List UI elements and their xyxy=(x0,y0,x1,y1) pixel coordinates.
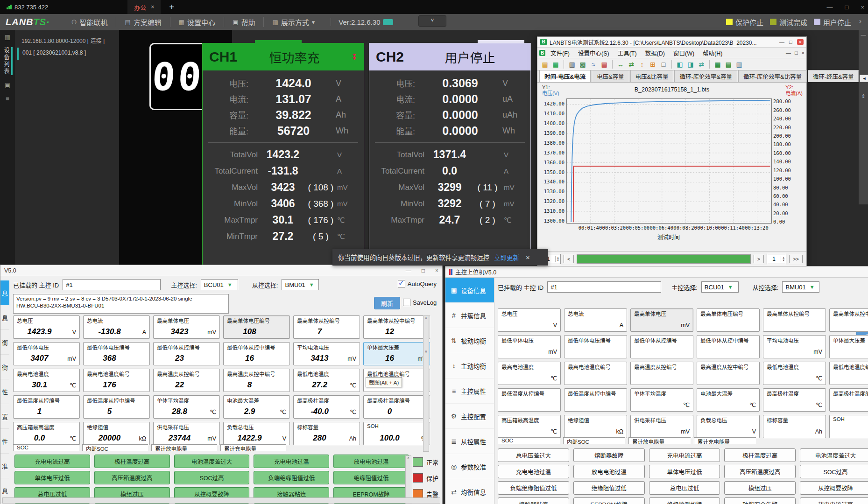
save-icon[interactable]: ▦ xyxy=(551,60,560,69)
status-绝缘检测故障[interactable]: 绝缘检测故障 xyxy=(649,497,720,504)
data-cell-最低单体电压[interactable]: 最低单体电压3407mV xyxy=(13,342,80,365)
data-cell-单体最大压差[interactable]: 单体最大压差16mV xyxy=(363,342,430,365)
status-放电电池过温[interactable]: 放电电池过温 xyxy=(333,455,409,468)
data-cell-SOH[interactable]: SOH% xyxy=(829,415,868,438)
data-cell-最高电池温度编号[interactable]: 最高电池温度编号176 xyxy=(83,369,150,392)
chart-tab-循环-库伦效率&容量[interactable]: 循环-库伦效率&容量 xyxy=(674,70,737,82)
sidebar-tab-clipped[interactable]: 息 xyxy=(0,305,9,330)
session-tab[interactable]: 办公 × xyxy=(127,0,161,14)
menu-帮助[interactable]: ▣帮助 xyxy=(224,17,263,27)
menu-智能联机[interactable]: ⚇智能联机 xyxy=(63,17,116,27)
data-cell-最高极柱温度[interactable]: 最高极柱温度-40.0℃ xyxy=(293,395,360,419)
chart-tab-循环-库伦效率&比容量[interactable]: 循环-库伦效率&比容量 xyxy=(738,70,807,82)
status-极柱温度过高[interactable]: 极柱温度过高 xyxy=(724,448,796,462)
data-cell-电池最大温差[interactable]: 电池最大温差℃ xyxy=(697,388,760,412)
status-接触器粘连[interactable]: 接触器粘连 xyxy=(498,497,569,504)
slave-select[interactable]: BMU01▼ xyxy=(782,281,819,293)
curve-icon[interactable]: ≈ xyxy=(589,60,598,69)
status-SOC过高[interactable]: SOC过高 xyxy=(800,465,868,478)
sidebar-item-被动均衡[interactable]: ⇅被动均衡 xyxy=(445,328,494,353)
status-EEPROM故障[interactable]: EEPROM故障 xyxy=(573,497,645,504)
data-cell-单体平均温度[interactable]: 单体平均温度℃ xyxy=(630,388,693,412)
data-cell-最高单体从控编号[interactable]: 最高单体从控编号 xyxy=(763,308,826,332)
data-cell-总电压[interactable]: 总电压1423.9V xyxy=(13,315,80,339)
data-cell-负载总电压[interactable]: 负载总电压1422.9V xyxy=(223,422,290,445)
chart-close-button[interactable]: × xyxy=(797,39,804,45)
status-充电电流过高[interactable]: 充电电流过高 xyxy=(649,448,720,462)
chart-menu-文件(F)[interactable]: 文件(F) xyxy=(546,48,574,58)
swap-panes-icon[interactable]: ⇄ xyxy=(697,60,706,69)
legend-more-chevron[interactable]: › xyxy=(859,17,861,25)
chart-minimize-button[interactable]: — xyxy=(779,39,784,45)
data-cell-最高电池温度编号[interactable]: 最高电池温度编号 xyxy=(564,362,627,385)
chart-tab-电压&比容量[interactable]: 电压&比容量 xyxy=(630,70,674,82)
data-cell-最高温度从控编号[interactable]: 最高温度从控编号22 xyxy=(153,369,220,392)
data-cell-最低温度从控编号[interactable]: 最低温度从控编号 xyxy=(498,388,561,412)
data-cell-单体最大压差[interactable]: 单体最大压差mV xyxy=(829,335,868,358)
sidebar-tab-clipped[interactable]: 准 xyxy=(0,454,9,478)
channel-flag-icon[interactable]: ▼▼ xyxy=(352,54,357,60)
data-cell-最低电池温度[interactable]: 最低电池温度27.2℃ xyxy=(293,369,360,392)
data-cell-最高单体电压编号[interactable]: 最高单体电压编号108 xyxy=(223,315,290,339)
bms-window-titlebar[interactable]: V5.0 — □ × xyxy=(0,265,442,276)
status-总电压过低[interactable]: 总电压过低 xyxy=(649,481,720,495)
tab-close-icon[interactable]: × xyxy=(151,4,154,10)
status-绝缘阻值过低[interactable]: 绝缘阻值过低 xyxy=(333,471,409,484)
sidebar-item-主动均衡[interactable]: ↕主动均衡 xyxy=(445,353,494,378)
page-spinner-right[interactable]: 1▲▼ xyxy=(767,254,786,264)
status-放电电池过温[interactable]: 放电电池过温 xyxy=(573,465,645,478)
chart-tab-时间-电压&电流[interactable]: 时间-电压&电流 xyxy=(539,70,591,82)
reset-view-icon[interactable]: □ xyxy=(659,60,668,69)
master-select[interactable]: BCU01▼ xyxy=(201,279,238,290)
data-cell-最高电池温度[interactable]: 最高电池温度30.1℃ xyxy=(13,369,80,392)
status-绝缘阻值过低[interactable]: 绝缘阻值过低 xyxy=(573,481,645,495)
sidebar-tab-clipped[interactable]: 衡 xyxy=(0,330,9,355)
chart-menu-窗口(W)[interactable]: 窗口(W) xyxy=(669,48,699,58)
data-cell-最低单体电压编号[interactable]: 最低单体电压编号368 xyxy=(83,342,150,365)
status-充电电流过高[interactable]: 充电电流过高 xyxy=(14,455,90,468)
doc-restore-button[interactable]: □ xyxy=(795,50,798,56)
data-cell-最低单体从控中编号[interactable]: 最低单体从控中编号 xyxy=(697,335,760,358)
sidebar-item-device-list[interactable]: 设备列表 xyxy=(2,47,13,75)
bms-maximize-button[interactable]: □ xyxy=(422,267,425,274)
data-cell-供电采样电压[interactable]: 供电采样电压23744mV xyxy=(153,422,220,445)
data-cell-负载总电压[interactable]: 负载总电压V xyxy=(697,415,760,438)
data-cell-最高温度从控编号[interactable]: 最高温度从控编号 xyxy=(630,362,693,385)
sidebar-tab-clipped[interactable]: 性 xyxy=(0,429,9,454)
sidebar-item-从控属性[interactable]: ≣从控属性 xyxy=(445,429,494,454)
data-cell-最低电池温度[interactable]: 最低电池温度℃ xyxy=(763,362,826,385)
data-cell-标称容量[interactable]: 标称容量Ah xyxy=(763,415,826,438)
status-总电压差过大[interactable]: 总电压差过大 xyxy=(498,448,569,462)
data-cell-最高电池温度[interactable]: 最高电池温度℃ xyxy=(498,362,561,385)
chart-menu-数据(D)[interactable]: 数据(D) xyxy=(641,48,669,58)
data-cell-单体平均温度[interactable]: 单体平均温度28.8℃ xyxy=(153,395,220,419)
tab-scroll-left-icon[interactable]: ◄ xyxy=(860,75,868,82)
status-极柱温度过高[interactable]: 极柱温度过高 xyxy=(94,455,170,468)
window-close-button[interactable]: × xyxy=(861,4,864,11)
chart-window-titlebar[interactable]: B LANBTS电池测试系统2.12.6.30 - [C:\Users\LANB… xyxy=(537,37,806,48)
chart-menu-帮助(H)[interactable]: 帮助(H) xyxy=(699,48,727,58)
progress-scrollbar[interactable] xyxy=(577,254,750,264)
status-充电电池过温[interactable]: 充电电池过温 xyxy=(254,455,329,468)
h-zoom-icon[interactable]: ↔ xyxy=(616,60,625,69)
table-list-icon[interactable]: ▤ xyxy=(724,60,733,69)
notification-close-icon[interactable]: × xyxy=(526,253,530,261)
table-view-icon[interactable]: ▦ xyxy=(713,60,722,69)
refresh-button[interactable]: 刷新 xyxy=(374,297,400,309)
data-cell-高压箱最高温度[interactable]: 高压箱最高温度℃ xyxy=(498,415,561,438)
data-cell-最高单体电压[interactable]: 最高单体电压mV xyxy=(630,308,693,332)
chart-menu-设置中心(S)[interactable]: 设置中心(S) xyxy=(574,48,614,58)
data-cell-电池最大温差[interactable]: 电池最大温差2.9℃ xyxy=(223,395,290,419)
window-minimize-button[interactable]: — xyxy=(827,4,833,11)
sidebar-item-并簇信息[interactable]: #并簇信息 xyxy=(445,303,494,328)
sidebar-tab-clipped[interactable]: 性 xyxy=(0,379,9,404)
bms-close-button[interactable]: × xyxy=(435,267,438,274)
sidebar-item-设备信息[interactable]: ▣设备信息 xyxy=(445,278,494,303)
menu-设置中心[interactable]: ▦设置中心 xyxy=(170,17,224,27)
data-cell-最高温度从控中编号[interactable]: 最高温度从控中编号 xyxy=(697,362,760,385)
doc-close-button[interactable]: × xyxy=(802,50,804,56)
chart-menu-工具(T)[interactable]: 工具(T) xyxy=(614,48,641,58)
buttons-vertical-scrollbar[interactable]: ∧ xyxy=(405,455,411,504)
status-放电电流过高[interactable]: 放电电流过高 xyxy=(800,497,868,504)
data-cell-绝缘阻值[interactable]: 绝缘阻值20000kΩ xyxy=(83,422,150,445)
